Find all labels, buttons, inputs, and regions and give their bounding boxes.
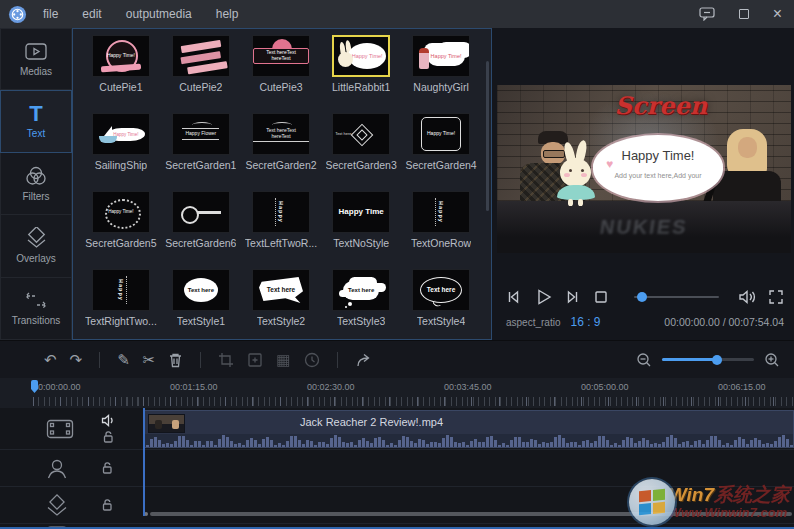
template-label: TextLeftTwoR... xyxy=(245,237,317,249)
sidebar-item-overlays[interactable]: Overlays xyxy=(0,215,72,277)
template-item-cutepie1[interactable]: Happy Time!CutePie1 xyxy=(85,35,157,111)
template-item-cutepie3[interactable]: Text hereText hereTextCutePie3 xyxy=(245,35,317,111)
seek-slider-handle[interactable] xyxy=(637,292,647,302)
menu-help[interactable]: help xyxy=(216,7,239,21)
template-thumbnail: Text hereText hereText xyxy=(252,113,310,155)
preview-infobar: aspect_ratio 16 : 9 00:00:00.00 / 00:07:… xyxy=(506,315,784,329)
template-thumbnail: Happy Time! xyxy=(92,35,150,77)
zoom-in-icon[interactable] xyxy=(764,352,780,368)
toolbar-separator xyxy=(200,352,201,368)
vertical-scrollbar[interactable] xyxy=(486,61,489,211)
playhead-line[interactable] xyxy=(143,408,145,516)
template-item-secretgarden4[interactable]: Happy Time!SecretGarden4 xyxy=(405,113,477,189)
template-item-cutepie2[interactable]: CutePie2 xyxy=(165,35,237,111)
video-desk: NUKIES xyxy=(497,201,791,253)
template-label: TextStyle4 xyxy=(417,315,465,327)
template-item-textstyle1[interactable]: Text hereTextStyle1 xyxy=(165,269,237,345)
ruler-label: 00:06:15.00 xyxy=(718,382,766,392)
transitions-icon xyxy=(23,291,49,311)
timeline-zoom-handle[interactable] xyxy=(712,355,722,365)
toolbar-separator xyxy=(337,352,338,368)
close-button[interactable]: × xyxy=(773,6,782,22)
preview-video[interactable]: NUKIES Screen ♥ Happy Time! Add your tex… xyxy=(497,85,791,253)
mosaic-icon[interactable]: ▦ xyxy=(276,352,290,367)
export-icon[interactable] xyxy=(355,352,373,368)
template-item-secretgarden3[interactable]: Text hereSecretGarden3 xyxy=(325,113,397,189)
stop-button[interactable] xyxy=(593,289,609,305)
timeline-toolbar: ↶ ↷ ✎ ✂ ▦ xyxy=(0,340,794,378)
next-frame-button[interactable] xyxy=(564,288,582,306)
sidebar-item-label: Filters xyxy=(22,191,49,202)
media-icon xyxy=(24,42,48,62)
template-grid: Happy Time!CutePie1CutePie2Text hereText… xyxy=(85,35,477,335)
previous-frame-button[interactable] xyxy=(504,288,522,306)
ruler-ticks-major xyxy=(33,397,794,406)
template-item-textnostyle[interactable]: Happy TimeTextNoStyle xyxy=(325,191,397,267)
volume-icon[interactable] xyxy=(738,289,757,305)
filters-icon xyxy=(24,165,48,187)
template-item-textrighttwo[interactable]: HappyTextRightTwo... xyxy=(85,269,157,345)
template-label: TextNoStyle xyxy=(333,237,389,249)
template-item-secretgarden2[interactable]: Text hereText hereTextSecretGarden2 xyxy=(245,113,317,189)
duration-icon[interactable] xyxy=(304,352,320,368)
timeline-clip[interactable]: Jack Reacher 2 Review!.mp4 xyxy=(145,410,794,448)
seek-slider[interactable] xyxy=(634,296,719,298)
sidebar-item-transitions[interactable]: Transitions xyxy=(0,278,72,340)
zoom-out-icon[interactable] xyxy=(636,352,652,368)
timeline-ruler[interactable]: 00:00:00.0000:01:15.0000:02:30.0000:03:4… xyxy=(0,378,794,408)
fullscreen-icon[interactable] xyxy=(768,289,784,305)
template-item-secretgarden1[interactable]: Happy FlowerSecretGarden1 xyxy=(165,113,237,189)
maximize-button[interactable] xyxy=(739,9,749,19)
lock-icon[interactable] xyxy=(101,498,113,511)
template-label: TextRightTwo... xyxy=(85,315,157,327)
redo-icon[interactable]: ↷ xyxy=(70,352,83,367)
sidebar-item-medias[interactable]: Medias xyxy=(0,28,72,90)
template-item-textlefttwor[interactable]: HappyTextLeftTwoR... xyxy=(245,191,317,267)
play-button[interactable] xyxy=(533,287,553,307)
template-item-textstyle3[interactable]: Text hereTextStyle3 xyxy=(325,269,397,345)
timeline-zoom-slider[interactable] xyxy=(662,358,754,361)
crop-icon[interactable] xyxy=(218,352,234,368)
feedback-icon[interactable] xyxy=(699,7,715,21)
lock-icon[interactable] xyxy=(102,430,114,443)
template-item-naughtygirl[interactable]: Happy Time!NaughtyGirl xyxy=(405,35,477,111)
lock-icon[interactable] xyxy=(101,461,113,474)
template-thumbnail xyxy=(172,35,230,77)
sidebar-item-filters[interactable]: Filters xyxy=(0,153,72,215)
undo-icon[interactable]: ↶ xyxy=(44,352,57,367)
clip-thumbnail xyxy=(148,414,185,433)
template-item-textstyle2[interactable]: Text hereTextStyle2 xyxy=(245,269,317,345)
template-thumbnail xyxy=(172,191,230,233)
template-label: TextOneRow xyxy=(411,237,471,249)
template-label: CutePie1 xyxy=(99,81,142,93)
zoom-region-icon[interactable] xyxy=(247,352,263,368)
video-track-icon xyxy=(46,419,74,439)
template-item-sailingship[interactable]: Happy Time!SailingShip xyxy=(85,113,157,189)
ruler-label: 00:03:45.00 xyxy=(444,382,492,392)
delete-icon[interactable] xyxy=(168,352,183,368)
menu-outputmedia[interactable]: outputmedia xyxy=(126,7,192,21)
menu-file[interactable]: file xyxy=(43,7,58,21)
titlebar: file edit outputmedia help × xyxy=(0,0,794,28)
sidebar-item-text[interactable]: T Text xyxy=(0,90,72,152)
ruler-label: 00:02:30.00 xyxy=(307,382,355,392)
template-item-secretgarden5[interactable]: Happy Time!SecretGarden5 xyxy=(85,191,157,267)
menu-edit[interactable]: edit xyxy=(82,7,101,21)
cut-icon[interactable]: ✂ xyxy=(143,352,156,367)
template-item-textstyle4[interactable]: Text hereTextStyle4 xyxy=(405,269,477,345)
template-label: TextStyle3 xyxy=(337,315,385,327)
preview-panel: NUKIES Screen ♥ Happy Time! Add your tex… xyxy=(492,28,794,340)
speaker-icon[interactable] xyxy=(101,414,115,427)
template-item-secretgarden6[interactable]: SecretGarden6 xyxy=(165,191,237,267)
template-thumbnail: Happy Time! xyxy=(92,191,150,233)
template-label: SecretGarden4 xyxy=(405,159,476,171)
template-thumbnail: Happy Flower xyxy=(172,113,230,155)
edit-icon[interactable]: ✎ xyxy=(117,352,130,367)
app-logo-icon xyxy=(8,5,27,24)
template-item-textonerow[interactable]: HappyTextOneRow xyxy=(405,191,477,267)
text-templates-panel: Happy Time!CutePie1CutePie2Text hereText… xyxy=(72,28,492,340)
aspect-ratio-value[interactable]: 16 : 9 xyxy=(570,315,600,329)
template-thumbnail: Happy xyxy=(92,269,150,311)
template-item-littlerabbit1[interactable]: Happy Time!LittleRabbit1 xyxy=(325,35,397,111)
text-overlay-bubble[interactable]: ♥ Happy Time! Add your text here,Add you… xyxy=(593,135,723,201)
